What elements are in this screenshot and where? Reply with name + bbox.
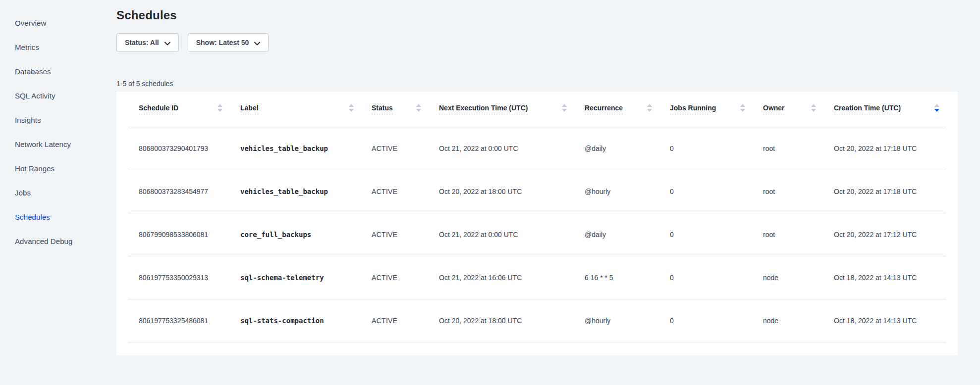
sort-carets-icon[interactable] [740, 104, 745, 114]
cell-creation-time: Oct 20, 2022 at 17:18 UTC [823, 170, 946, 213]
cell-next-execution-time: Oct 20, 2022 at 18:00 UTC [428, 299, 574, 342]
sidebar-item[interactable]: Hot Ranges [15, 156, 116, 181]
table-body: 806800373290401793 vehicles_table_backup… [128, 127, 946, 342]
show-filter-label: Show: Latest 50 [196, 39, 249, 47]
column-header-label: Creation Time (UTC) [834, 104, 901, 114]
cell-creation-time: Oct 18, 2022 at 14:13 UTC [823, 299, 946, 342]
cell-schedule-id: 806800373290401793 [128, 127, 229, 170]
cell-owner: node [752, 299, 823, 342]
cell-schedule-id: 806799098533806081 [128, 213, 229, 256]
schedules-table: Schedule ID [128, 92, 946, 342]
cell-owner: root [752, 170, 823, 213]
column-header[interactable]: Status [361, 92, 428, 127]
cell-schedule-id: 806197753350029313 [128, 256, 229, 299]
column-header[interactable]: Owner [752, 92, 823, 127]
column-header-label: Schedule ID [139, 104, 178, 114]
sidebar-nav: Overview Metrics Databases SQL Activity … [0, 0, 116, 385]
cell-jobs-running: 0 [659, 213, 752, 256]
cell-jobs-running: 0 [659, 170, 752, 213]
cell-label: sql-stats-compaction [229, 299, 361, 342]
sort-carets-icon[interactable] [811, 104, 816, 114]
column-header-label: Next Execution Time (UTC) [439, 104, 528, 114]
table-row: 806800373283454977 vehicles_table_backup… [128, 170, 946, 213]
sidebar-item[interactable]: Schedules [15, 205, 116, 229]
sort-carets-icon[interactable] [562, 104, 567, 114]
column-header-label: Owner [763, 104, 785, 114]
cell-status: ACTIVE [361, 170, 428, 213]
cell-owner: root [752, 127, 823, 170]
table-row: 806800373290401793 vehicles_table_backup… [128, 127, 946, 170]
column-header-label: Jobs Running [670, 104, 716, 114]
table-header-row: Schedule ID [128, 92, 946, 127]
sort-carets-icon[interactable] [218, 104, 222, 114]
sort-carets-icon[interactable] [349, 104, 354, 114]
cell-status: ACTIVE [361, 127, 428, 170]
column-header-label: Label [240, 104, 259, 114]
cell-creation-time: Oct 18, 2022 at 14:13 UTC [823, 256, 946, 299]
column-header[interactable]: Schedule ID [128, 92, 229, 127]
column-header-label: Status [372, 104, 393, 114]
sidebar-item[interactable]: Jobs [15, 181, 116, 205]
cell-label: vehicles_table_backup [229, 127, 361, 170]
results-count: 1-5 of 5 schedules [116, 80, 958, 88]
sidebar-item[interactable]: Network Latency [15, 132, 116, 156]
app-root: Overview Metrics Databases SQL Activity … [0, 0, 980, 385]
sort-carets-icon[interactable] [416, 104, 421, 114]
column-header[interactable]: Next Execution Time (UTC) [428, 92, 574, 127]
cell-next-execution-time: Oct 21, 2022 at 0:00 UTC [428, 127, 574, 170]
cell-label: vehicles_table_backup [229, 170, 361, 213]
sidebar-item[interactable]: Metrics [15, 35, 116, 59]
table-row: 806197753325486081 sql-stats-compaction … [128, 299, 946, 342]
column-header[interactable]: Recurrence [574, 92, 659, 127]
cell-recurrence: @daily [574, 213, 659, 256]
cell-recurrence: @hourly [574, 170, 659, 213]
sidebar-item[interactable]: Overview [15, 11, 116, 35]
sidebar-item[interactable]: Advanced Debug [15, 229, 116, 253]
chevron-down-icon [254, 39, 260, 47]
sidebar-item[interactable]: SQL Activity [15, 84, 116, 108]
sidebar-item[interactable]: Insights [15, 108, 116, 132]
cell-owner: root [752, 213, 823, 256]
cell-next-execution-time: Oct 21, 2022 at 16:06 UTC [428, 256, 574, 299]
main-content: Schedules Status: All Show: Latest 50 1-… [116, 0, 980, 385]
cell-label: sql-schema-telemetry [229, 256, 361, 299]
status-filter-label: Status: All [125, 39, 159, 47]
cell-jobs-running: 0 [659, 256, 752, 299]
chevron-down-icon [164, 39, 170, 47]
cell-recurrence: @daily [574, 127, 659, 170]
cell-next-execution-time: Oct 21, 2022 at 0:00 UTC [428, 213, 574, 256]
cell-status: ACTIVE [361, 213, 428, 256]
sidebar-item[interactable]: Databases [15, 59, 116, 84]
show-filter-dropdown[interactable]: Show: Latest 50 [188, 33, 269, 52]
status-filter-dropdown[interactable]: Status: All [116, 33, 179, 52]
cell-status: ACTIVE [361, 256, 428, 299]
sort-carets-icon[interactable] [647, 104, 652, 114]
cell-status: ACTIVE [361, 299, 428, 342]
cell-jobs-running: 0 [659, 299, 752, 342]
schedules-table-card: Schedule ID [116, 92, 958, 355]
cell-jobs-running: 0 [659, 127, 752, 170]
column-header-label: Recurrence [585, 104, 623, 114]
column-header[interactable]: Jobs Running [659, 92, 752, 127]
column-header[interactable]: Label [229, 92, 361, 127]
cell-creation-time: Oct 20, 2022 at 17:12 UTC [823, 213, 946, 256]
column-header[interactable]: Creation Time (UTC) [823, 92, 946, 127]
cell-owner: node [752, 256, 823, 299]
page-title: Schedules [116, 8, 958, 23]
filter-bar: Status: All Show: Latest 50 [116, 33, 958, 52]
table-row: 806799098533806081 core_full_backups ACT… [128, 213, 946, 256]
cell-schedule-id: 806800373283454977 [128, 170, 229, 213]
cell-schedule-id: 806197753325486081 [128, 299, 229, 342]
cell-recurrence: @hourly [574, 299, 659, 342]
sort-carets-icon[interactable] [934, 104, 939, 114]
table-row: 806197753350029313 sql-schema-telemetry … [128, 256, 946, 299]
cell-creation-time: Oct 20, 2022 at 17:18 UTC [823, 127, 946, 170]
cell-label: core_full_backups [229, 213, 361, 256]
cell-recurrence: 6 16 * * 5 [574, 256, 659, 299]
cell-next-execution-time: Oct 20, 2022 at 18:00 UTC [428, 170, 574, 213]
